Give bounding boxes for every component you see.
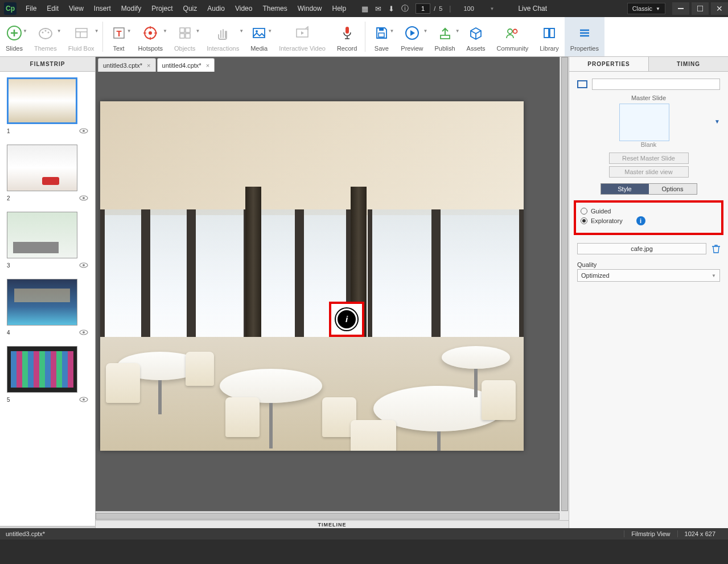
svg-rect-23 xyxy=(379,33,384,37)
reset-master-button[interactable]: Reset Master Slide xyxy=(609,153,689,164)
menu-quiz[interactable]: Quiz xyxy=(178,0,203,17)
quality-value: Optimized xyxy=(581,272,610,279)
menu-video[interactable]: Video xyxy=(230,0,257,17)
workspace-dropdown[interactable]: Classic ▼ xyxy=(627,3,665,14)
menu-audio[interactable]: Audio xyxy=(202,0,230,17)
tab-properties[interactable]: PROPERTIES xyxy=(569,57,648,71)
delete-background-icon[interactable] xyxy=(712,244,720,253)
menu-file[interactable]: File xyxy=(20,0,42,17)
toolbar-media[interactable]: Media▼ xyxy=(245,17,273,56)
toolbar-hotspots[interactable]: Hotspots▼ xyxy=(133,17,168,56)
play-icon xyxy=(404,22,420,44)
toolbar-publish[interactable]: Publish▼ xyxy=(429,17,460,56)
document-tab[interactable]: untitled4.cptx*× xyxy=(157,58,215,72)
svg-rect-25 xyxy=(441,35,450,39)
radio-guided-row[interactable]: Guided xyxy=(581,208,717,215)
tab-close-icon[interactable]: × xyxy=(206,62,209,69)
toolbar-label: Fluid Box xyxy=(68,45,94,52)
filmstrip-resize-handle[interactable] xyxy=(0,526,95,528)
menu-edit[interactable]: Edit xyxy=(42,0,64,17)
page-indicator: / 5 xyxy=(416,3,442,14)
info-icon[interactable]: ⓘ xyxy=(401,3,409,14)
toolbar-label: Slides xyxy=(6,45,23,52)
toolbar-slides[interactable]: Slides▼ xyxy=(0,17,28,56)
menu-project[interactable]: Project xyxy=(146,0,178,17)
hotspot-marker[interactable]: i xyxy=(329,302,364,337)
radio-exploratory-row[interactable]: Exploratory i xyxy=(581,216,717,225)
timeline-header[interactable]: TIMELINE xyxy=(96,520,569,528)
horizontal-scrollbar[interactable] xyxy=(96,511,560,520)
tab-options[interactable]: Options xyxy=(649,184,697,194)
quality-dropdown[interactable]: Optimized ▼ xyxy=(577,269,720,282)
close-button[interactable]: ✕ xyxy=(711,2,728,15)
document-tab[interactable]: untitled3.cptx*× xyxy=(98,58,156,72)
slide-name-input[interactable] xyxy=(592,79,720,90)
chevron-down-icon: ▼ xyxy=(57,28,61,34)
vertical-scrollbar[interactable] xyxy=(560,57,569,511)
chevron-down-icon: ▼ xyxy=(455,28,460,34)
minimize-button[interactable] xyxy=(672,2,689,15)
menu-themes[interactable]: Themes xyxy=(257,0,292,17)
slide-canvas[interactable]: i xyxy=(100,101,524,451)
image-icon xyxy=(251,22,267,44)
radio-exploratory[interactable] xyxy=(581,217,587,224)
filmstrip-thumb[interactable] xyxy=(7,279,77,326)
toolbar-label: Record xyxy=(337,45,357,52)
background-file-input[interactable] xyxy=(577,243,706,254)
toolbar-text[interactable]: TText▼ xyxy=(105,17,133,56)
page-current-input[interactable] xyxy=(416,3,430,14)
live-chat-link[interactable]: Live Chat xyxy=(518,5,547,13)
zoom-input[interactable] xyxy=(463,3,486,14)
toolbar-community[interactable]: Community xyxy=(491,17,534,56)
tab-style[interactable]: Style xyxy=(601,184,649,194)
filmstrip-thumb[interactable] xyxy=(7,77,77,124)
toolbar-interactive-video: Interactive Video xyxy=(273,17,331,56)
mode-selection-highlighted: Guided Exploratory i xyxy=(574,200,723,235)
chevron-down-icon: ▼ xyxy=(195,28,200,34)
chevron-down-icon: ▼ xyxy=(127,28,131,34)
toolbar-save[interactable]: Save▼ xyxy=(368,17,395,56)
master-slide-dropdown[interactable]: ▼ xyxy=(714,118,720,125)
eye-icon[interactable] xyxy=(79,127,88,134)
toolbar-preview[interactable]: Preview▼ xyxy=(395,17,429,56)
grid-icon xyxy=(177,22,193,44)
filmstrip-thumb[interactable] xyxy=(7,346,77,393)
menu-insert[interactable]: Insert xyxy=(89,0,116,17)
chevron-down-icon: ▼ xyxy=(163,28,167,34)
svg-point-29 xyxy=(83,130,85,132)
master-slide-thumb[interactable] xyxy=(619,104,669,141)
svg-rect-21 xyxy=(346,27,349,34)
tab-close-icon[interactable]: × xyxy=(147,62,150,69)
eye-icon[interactable] xyxy=(79,262,88,269)
eye-icon[interactable] xyxy=(79,396,88,403)
radio-guided[interactable] xyxy=(581,208,587,215)
info-badge-icon[interactable]: i xyxy=(636,216,645,225)
menu-modify[interactable]: Modify xyxy=(116,0,146,17)
thumb-number: 5 xyxy=(7,397,10,403)
layout-icon xyxy=(73,22,89,44)
toolbar-properties[interactable]: Properties xyxy=(565,17,604,56)
thumb-number: 4 xyxy=(7,330,10,336)
menu-view[interactable]: View xyxy=(64,0,89,17)
status-dimensions: 1024 x 627 xyxy=(677,530,722,537)
eye-icon[interactable] xyxy=(79,195,88,201)
layout-icon[interactable]: ▦ xyxy=(361,5,368,13)
menu-help[interactable]: Help xyxy=(327,0,351,17)
menu-window[interactable]: Window xyxy=(293,0,327,17)
download-icon[interactable]: ⬇ xyxy=(388,5,394,13)
tab-timing[interactable]: TIMING xyxy=(648,57,728,71)
statusbar: untitled3.cptx* Filmstrip View 1024 x 62… xyxy=(0,528,728,540)
toolbar-label: Themes xyxy=(34,45,57,52)
zoom-indicator[interactable]: ▼ xyxy=(463,3,494,14)
menu-icon xyxy=(577,22,593,44)
eye-icon[interactable] xyxy=(79,329,88,336)
filmstrip-thumb[interactable] xyxy=(7,212,77,258)
filmstrip-thumb[interactable] xyxy=(7,145,77,191)
toolbar-library[interactable]: Library xyxy=(534,17,565,56)
maximize-button[interactable] xyxy=(692,2,709,15)
master-view-button[interactable]: Master slide view xyxy=(609,166,689,178)
mail-icon[interactable]: ✉ xyxy=(375,5,381,13)
toolbar-label: Interactive Video xyxy=(279,45,326,52)
toolbar-assets[interactable]: Assets xyxy=(461,17,491,56)
toolbar-record[interactable]: Record xyxy=(331,17,363,56)
